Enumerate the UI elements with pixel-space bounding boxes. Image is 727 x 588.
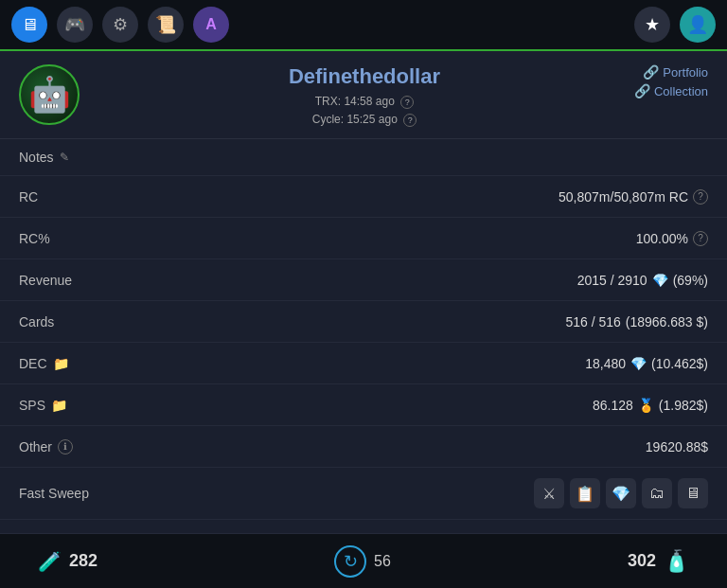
top-nav: 🖥 🎮 ⚙ 📜 A ★ 👤 (0, 0, 727, 51)
collection-label: Collection (654, 84, 708, 98)
portfolio-link-icon: 🔗 (643, 64, 659, 80)
trx-time: 14:58 ago (344, 95, 394, 108)
revenue-row: Revenue 2015 / 2910 💎 (69%) (0, 259, 727, 301)
sps-suffix: (1.982$) (659, 398, 708, 413)
potion-icon: 🧪 (38, 550, 62, 573)
stats-section: RC 50,807m/50,807m RC ? RC% 100.00% ? Re… (0, 176, 727, 468)
avatar-image: 🤖 (28, 75, 71, 115)
cards-label: Cards (19, 314, 54, 330)
fast-sweep-icons: ⚔ 📋 💎 🗂 🖥 (534, 478, 708, 508)
dec-value: 18,480 💎 (10.462$) (585, 356, 708, 371)
collection-link[interactable]: 🔗 Collection (634, 83, 708, 98)
notes-text: Notes (19, 150, 54, 165)
chest-count: 302 (628, 551, 656, 571)
cards-suffix: (18966.683 $) (626, 314, 708, 330)
revenue-label: Revenue (19, 273, 72, 288)
rc-label-text: RC (19, 189, 38, 205)
fast-sweep-row: Fast Sweep ⚔ 📋 💎 🗂 🖥 (0, 468, 727, 520)
profile-center: Definethedollar TRX: 14:58 ago ? Cycle: … (95, 64, 634, 129)
rc-value: 50,807m/50,807m RC ? (559, 189, 708, 205)
gamepad-nav-btn[interactable]: 🎮 (57, 7, 93, 43)
rc-value-text: 50,807m/50,807m RC (559, 189, 688, 205)
profile-trx: TRX: 14:58 ago ? (95, 93, 634, 111)
dec-suffix: (10.462$) (651, 356, 708, 371)
rc-question-icon[interactable]: ? (693, 189, 708, 205)
bottom-bar: 🧪 282 ↻ 56 302 🧴 (0, 533, 727, 588)
potion-count-item: 🧪 282 (38, 550, 98, 573)
other-value: 19620.88$ (646, 439, 708, 454)
rc-percent-value-text: 100.00% (636, 231, 688, 246)
profile-cycle: Cycle: 15:25 ago ? (95, 111, 634, 129)
cards-label-text: Cards (19, 314, 54, 330)
monitor-nav-btn[interactable]: 🖥 (11, 7, 47, 43)
gear-nav-btn[interactable]: ⚙ (102, 7, 138, 43)
rc-percent-row: RC% 100.00% ? (0, 218, 727, 259)
other-row: Other ℹ 19620.88$ (0, 426, 727, 468)
dec-label-text: DEC (19, 356, 47, 371)
revenue-value: 2015 / 2910 💎 (69%) (577, 273, 708, 288)
token-nav-btn[interactable]: A (193, 7, 229, 43)
nav-icons-right: ★ 👤 (634, 7, 716, 43)
portfolio-label: Portfolio (663, 65, 708, 80)
notes-row: Notes ✎ (0, 139, 727, 176)
notes-edit-icon[interactable]: ✎ (60, 151, 69, 164)
sps-row: SPS 📁 86.128 🏅 (1.982$) (0, 384, 727, 426)
other-info-icon[interactable]: ℹ (58, 439, 73, 454)
rc-percent-label: RC% (19, 231, 50, 246)
rc-percent-value: 100.00% ? (636, 231, 708, 246)
sweep-monitor-icon[interactable]: 🖥 (678, 478, 708, 508)
other-label: Other ℹ (19, 439, 73, 454)
other-label-text: Other (19, 439, 52, 454)
dec-row: DEC 📁 18,480 💎 (10.462$) (0, 343, 727, 384)
sweep-gem-icon[interactable]: 💎 (606, 478, 636, 508)
sps-label-text: SPS (19, 398, 45, 413)
chest-count-item: 302 🧴 (628, 549, 689, 574)
notes-label: Notes ✎ (19, 150, 69, 165)
revenue-label-text: Revenue (19, 273, 72, 288)
profile-nav-btn[interactable]: 👤 (680, 7, 716, 43)
rc-percent-label-text: RC% (19, 231, 50, 246)
potion-count: 282 (69, 551, 98, 571)
dec-folder-icon[interactable]: 📁 (53, 356, 69, 371)
rc-percent-question-icon[interactable]: ? (693, 231, 708, 246)
revenue-gem-icon: 💎 (652, 273, 668, 288)
avatar: 🤖 (19, 64, 80, 125)
trx-label: TRX: (315, 95, 341, 108)
cycle-count: 56 (374, 553, 391, 570)
revenue-value-text: 2015 / 2910 (577, 273, 647, 288)
rc-label: RC (19, 189, 38, 205)
profile-name: Definethedollar (95, 64, 634, 89)
scroll-nav-btn[interactable]: 📜 (148, 7, 184, 43)
cards-row: Cards 516 / 516 (18966.683 $) (0, 301, 727, 343)
dec-value-text: 18,480 (585, 356, 626, 371)
revenue-suffix: (69%) (673, 273, 708, 288)
dec-gem-icon: 💎 (630, 356, 647, 371)
cycle-time: 15:25 ago (346, 113, 397, 126)
sps-value: 86.128 🏅 (1.982$) (593, 398, 708, 413)
cycle-count-item: ↻ 56 (334, 545, 391, 578)
profile-area: 🤖 Definethedollar TRX: 14:58 ago ? Cycle… (0, 51, 727, 139)
collection-link-icon: 🔗 (634, 83, 650, 98)
chest-icon: 🧴 (664, 549, 689, 574)
cycle-label: Cycle: (312, 113, 344, 126)
fast-sweep-label-text: Fast Sweep (19, 486, 89, 501)
cycle-help-icon[interactable]: ? (403, 114, 417, 127)
profile-links: 🔗 Portfolio 🔗 Collection (634, 64, 708, 98)
star-nav-btn[interactable]: ★ (634, 7, 670, 43)
portfolio-link[interactable]: 🔗 Portfolio (643, 64, 708, 80)
sweep-folder-icon[interactable]: 🗂 (642, 478, 672, 508)
nav-icons-left: 🖥 🎮 ⚙ 📜 A (11, 7, 229, 43)
sps-gem-icon: 🏅 (638, 398, 654, 413)
fast-sweep-label: Fast Sweep (19, 486, 89, 501)
other-value-text: 19620.88$ (646, 439, 708, 454)
sweep-sword-icon[interactable]: ⚔ (534, 478, 564, 508)
trx-help-icon[interactable]: ? (400, 96, 414, 109)
cards-value: 516 / 516 (18966.683 $) (565, 314, 708, 330)
sweep-scroll-icon[interactable]: 📋 (570, 478, 600, 508)
sps-folder-icon[interactable]: 📁 (51, 398, 67, 413)
cycle-icon: ↻ (334, 545, 366, 578)
dec-label: DEC 📁 (19, 356, 69, 371)
rc-row: RC 50,807m/50,807m RC ? (0, 176, 727, 218)
cards-value-text: 516 / 516 (565, 314, 620, 330)
sps-value-text: 86.128 (593, 398, 633, 413)
